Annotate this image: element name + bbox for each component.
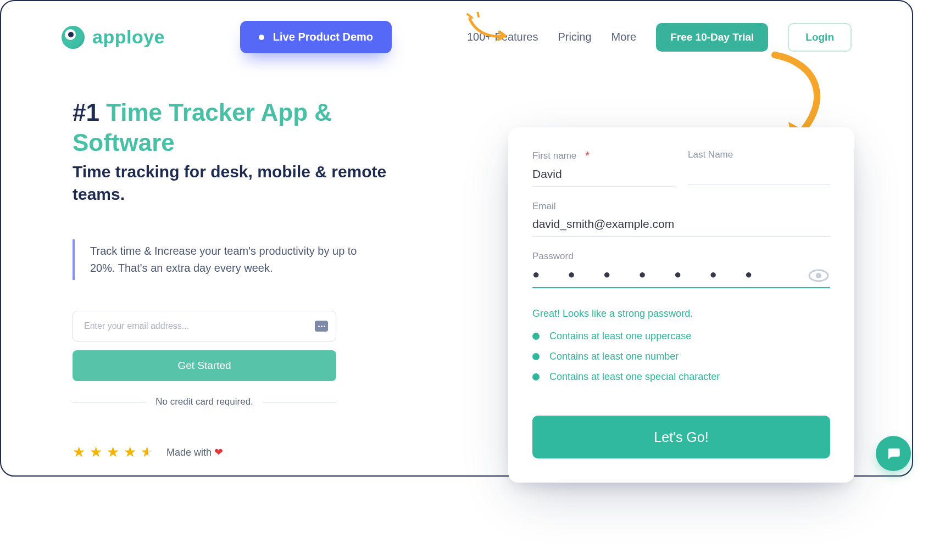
nav-pricing[interactable]: Pricing <box>558 31 591 43</box>
email-label: Email <box>532 201 830 212</box>
hero-quote: Track time & Increase your team's produc… <box>73 239 380 280</box>
live-demo-button[interactable]: Live Product Demo <box>240 21 392 53</box>
no-credit-card-label: No credit card required. <box>155 396 253 407</box>
svg-line-1 <box>477 12 479 16</box>
eye-icon[interactable] <box>808 268 829 283</box>
get-started-button[interactable]: Get Started <box>73 350 336 381</box>
email-input[interactable] <box>84 321 315 331</box>
free-trial-button[interactable]: Free 10-Day Trial <box>656 23 768 52</box>
first-name-label-text: First name <box>532 150 576 161</box>
star-icon: ★ <box>90 444 102 461</box>
svg-point-3 <box>816 273 821 278</box>
first-name-input[interactable] <box>532 164 675 187</box>
check-number: Contains at least one number <box>532 351 830 362</box>
check-uppercase-label: Contains at least one uppercase <box>549 331 691 342</box>
login-link[interactable]: Login <box>788 23 852 52</box>
star-icon: ★ <box>124 444 136 461</box>
chat-button[interactable] <box>876 436 911 471</box>
signup-card: First name * Last Name Email Password <box>508 127 854 483</box>
heart-icon: ❤ <box>214 446 223 458</box>
star-icon: ★ <box>107 444 119 461</box>
signup-email-input[interactable] <box>532 214 830 237</box>
live-demo-label: Live Product Demo <box>273 31 373 43</box>
dot-icon <box>259 35 264 40</box>
check-number-label: Contains at least one number <box>549 351 679 362</box>
nav: 100+ Features Pricing More Free 10-Day T… <box>467 23 852 52</box>
password-checks: Contains at least one uppercase Contains… <box>532 331 830 383</box>
email-input-wrap[interactable] <box>73 311 336 341</box>
password-strength-text: Great! Looks like a strong password. <box>532 308 830 320</box>
hero-subtitle: Time tracking for desk, mobile & remote … <box>73 161 435 205</box>
hero-title-teal: Time Tracker App & Software <box>73 99 332 156</box>
logo[interactable]: apploye <box>62 26 165 49</box>
star-icon: ★ <box>73 444 85 461</box>
first-name-label: First name * <box>532 149 675 162</box>
hero-title: #1 Time Tracker App & Software <box>73 97 435 158</box>
check-special-label: Contains at least one special character <box>549 371 720 383</box>
svg-line-0 <box>468 14 472 18</box>
logo-icon <box>62 26 85 49</box>
lets-go-button[interactable]: Let's Go! <box>532 416 830 458</box>
header: apploye Live Product Demo 100+ Features … <box>1 1 912 59</box>
chat-icon <box>886 446 901 461</box>
password-input[interactable] <box>532 264 830 288</box>
made-with-text: Made with ❤ <box>166 446 223 458</box>
hero-title-num: #1 <box>73 99 99 126</box>
keyboard-icon <box>315 321 328 332</box>
star-half-icon: ★ ★ <box>141 444 153 461</box>
sparkle-arrow-icon <box>465 12 509 45</box>
required-icon: * <box>585 149 590 162</box>
check-special: Contains at least one special character <box>532 371 830 383</box>
check-uppercase: Contains at least one uppercase <box>532 331 830 342</box>
made-with-label: Made with <box>166 447 212 458</box>
no-credit-card-text: No credit card required. <box>73 396 336 407</box>
password-label: Password <box>532 251 830 262</box>
last-name-label: Last Name <box>688 149 830 160</box>
rating-stars: ★ ★ ★ ★ ★ ★ Made with ❤ <box>73 444 435 461</box>
last-name-input[interactable] <box>688 163 830 185</box>
logo-text: apploye <box>92 26 165 48</box>
nav-more[interactable]: More <box>611 31 637 43</box>
